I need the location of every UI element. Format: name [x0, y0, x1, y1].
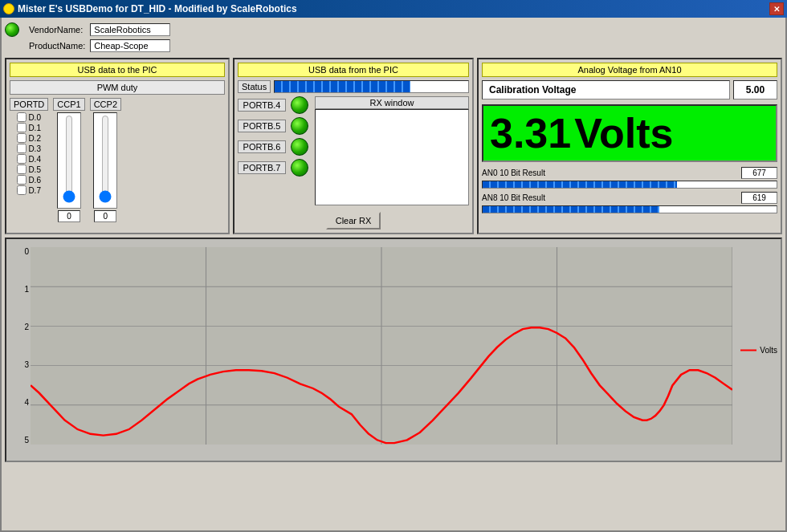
legend-volts: Volts: [740, 346, 777, 355]
usb-to-pic-header: USB data to the PIC: [10, 63, 225, 77]
legend-label: Volts: [760, 346, 777, 355]
an8-label: AN8 10 Bit Result: [482, 193, 738, 202]
rx-text-area[interactable]: [315, 109, 469, 205]
portb7-row: PORTB.7: [238, 159, 308, 177]
portb4-label: PORTB.4: [238, 99, 286, 112]
an0-bar-fill: [483, 181, 677, 188]
rx-window-label: RX window: [315, 96, 469, 109]
status-bar-fill: [275, 81, 410, 92]
rx-window-area: [315, 109, 469, 205]
vendor-label: VendorName:: [27, 22, 87, 37]
title-text: Mister E's USBDemo for DT_HID - Modified…: [18, 3, 297, 14]
analog-header: Analog Voltage from AN10: [482, 63, 777, 77]
portb6-label: PORTB.6: [238, 140, 286, 153]
product-label: ProductName:: [27, 39, 87, 53]
ccp1-slider[interactable]: [61, 115, 77, 203]
ccp2-value: 0: [94, 210, 116, 222]
portd-checkboxes: D.0 D.1 D.2 D.3 D.4 D.5 D.6 D.7: [17, 112, 41, 195]
ccp2-group: CCP2 0: [90, 98, 121, 222]
an0-label: AN0 10 Bit Result: [482, 169, 738, 177]
d2-checkbox[interactable]: [17, 133, 27, 143]
ccp1-group: CCP1 0: [53, 98, 84, 222]
portb7-led: [291, 159, 308, 177]
portd-d1: D.1: [17, 123, 41, 132]
big-unit: Volts: [574, 109, 673, 157]
usb-from-pic-panel: USB data from the PIC Status PORTB.4 POR…: [233, 58, 474, 234]
calib-label: Calibration Voltage: [482, 80, 730, 99]
chart-y-labels: 5 4 3 2 1 0: [8, 247, 29, 445]
an8-val: 619: [741, 192, 777, 204]
ccp2-slider[interactable]: [97, 115, 113, 203]
ccp2-label: CCP2: [90, 98, 121, 111]
portd-d7: D.7: [17, 185, 41, 195]
d7-checkbox[interactable]: [17, 185, 27, 195]
an0-bar-container: [482, 181, 777, 189]
portd-d3: D.3: [17, 144, 41, 153]
an8-bar-container: [482, 205, 777, 213]
d0-checkbox[interactable]: [17, 112, 27, 122]
pwm-label: PWM duty: [10, 80, 225, 95]
d6-checkbox[interactable]: [17, 175, 27, 185]
d1-checkbox[interactable]: [17, 123, 27, 132]
clear-rx-button[interactable]: Clear RX: [326, 212, 381, 229]
portd-d0: D.0: [17, 112, 41, 122]
ccp1-label: CCP1: [53, 98, 84, 111]
chart-svg: [31, 247, 732, 445]
chart-inner: [31, 247, 732, 445]
vendor-info: VendorName: ScaleRobotics ProductName: C…: [26, 21, 173, 55]
an8-row: AN8 10 Bit Result 619: [482, 192, 777, 204]
top-info: VendorName: ScaleRobotics ProductName: C…: [5, 21, 782, 55]
portd-section: PORTD D.0 D.1 D.2 D.3 D.4 D.5 D.6 D.7 CC…: [10, 98, 225, 222]
title-bar: Mister E's USBDemo for DT_HID - Modified…: [0, 0, 787, 18]
app-icon: [3, 3, 14, 14]
ccp1-value: 0: [58, 210, 80, 222]
usb-from-pic-header: USB data from the PIC: [238, 63, 469, 77]
d5-checkbox[interactable]: [17, 164, 27, 174]
portd-d4: D.4: [17, 154, 41, 164]
status-row: Status: [238, 80, 469, 93]
portb5-row: PORTB.5: [238, 117, 308, 135]
ccp1-slider-container: [57, 112, 81, 209]
analog-panel: Analog Voltage from AN10 Calibration Vol…: [477, 58, 782, 234]
d4-checkbox[interactable]: [17, 154, 27, 164]
connection-led: [5, 22, 19, 37]
chart-legend: Volts: [740, 346, 777, 355]
portb7-label: PORTB.7: [238, 161, 286, 174]
an0-row: AN0 10 Bit Result 677: [482, 167, 777, 179]
portb5-label: PORTB.5: [238, 120, 286, 132]
calib-val: 5.00: [733, 80, 777, 99]
legend-line: [740, 349, 756, 351]
panels-row: USB data to the PIC PWM duty PORTD D.0 D…: [5, 58, 782, 234]
an8-bar-fill: [483, 206, 659, 213]
calib-row: Calibration Voltage 5.00: [482, 80, 777, 99]
portb-rx-section: PORTB.4 PORTB.5 PORTB.6 PORTB.7: [238, 96, 469, 205]
portb6-row: PORTB.6: [238, 138, 308, 156]
vendor-val: ScaleRobotics: [90, 23, 170, 36]
portd-d6: D.6: [17, 175, 41, 185]
portd-group: PORTD D.0 D.1 D.2 D.3 D.4 D.5 D.6 D.7: [10, 98, 48, 222]
portb-indicators: PORTB.4 PORTB.5 PORTB.6 PORTB.7: [238, 96, 308, 205]
product-val: Cheap-Scope: [90, 39, 170, 52]
main-window: VendorName: ScaleRobotics ProductName: C…: [0, 18, 787, 532]
portb5-led: [291, 117, 308, 135]
chart-area: 5 4 3 2 1 0: [5, 238, 782, 462]
status-bar: [274, 80, 469, 93]
an0-val: 677: [741, 167, 777, 179]
usb-to-pic-panel: USB data to the PIC PWM duty PORTD D.0 D…: [5, 58, 230, 234]
rx-window-section: RX window: [315, 96, 469, 205]
status-label: Status: [238, 80, 271, 93]
portd-d5: D.5: [17, 164, 41, 174]
portd-label: PORTD: [10, 98, 48, 111]
portb4-led: [291, 96, 308, 114]
close-btn[interactable]: ✕: [769, 2, 784, 15]
big-voltage-number: 3.31: [490, 109, 571, 157]
portd-d2: D.2: [17, 133, 41, 143]
d3-checkbox[interactable]: [17, 144, 27, 153]
ccp2-slider-container: [93, 112, 117, 209]
portb4-row: PORTB.4: [238, 96, 308, 114]
big-display: 3.31 Volts: [482, 104, 777, 162]
portb6-led: [291, 138, 308, 156]
